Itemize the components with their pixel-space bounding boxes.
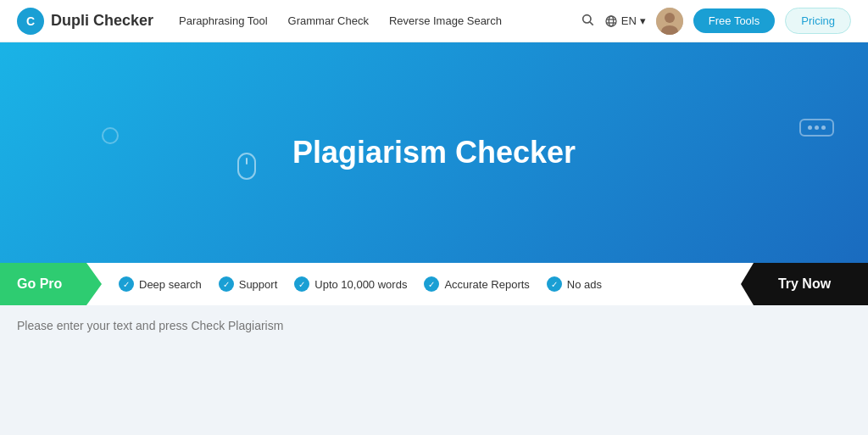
search-icon[interactable]	[581, 13, 594, 30]
deco-circle	[102, 127, 119, 144]
features-list: ✓ Deep search ✓ Support ✓ Upto 10,000 wo…	[102, 276, 741, 292]
feature-accurate-reports: ✓ Accurate Reports	[424, 276, 529, 292]
svg-point-7	[665, 13, 675, 23]
lang-chevron-icon: ▾	[640, 14, 646, 27]
svg-point-3	[609, 16, 613, 26]
check-icon-no-ads: ✓	[547, 276, 562, 292]
navbar: C Dupli Checker Paraphrasing Tool Gramma…	[0, 0, 868, 42]
nav-link-paraphrasing[interactable]: Paraphrasing Tool	[179, 14, 268, 27]
feature-deep-search: ✓ Deep search	[119, 276, 202, 292]
svg-point-2	[606, 16, 616, 26]
deco-dot-1	[808, 125, 812, 130]
pricing-button[interactable]: Pricing	[785, 8, 851, 34]
svg-point-0	[582, 14, 590, 22]
check-icon-accurate-reports: ✓	[424, 276, 439, 292]
nav-link-reverse-image[interactable]: Reverse Image Search	[389, 14, 502, 27]
try-now-button[interactable]: Try Now	[741, 263, 868, 305]
free-tools-button[interactable]: Free Tools	[693, 8, 775, 33]
avatar[interactable]	[656, 8, 683, 35]
feature-accurate-reports-label: Accurate Reports	[444, 278, 529, 291]
go-pro-label[interactable]: Go Pro	[0, 263, 102, 305]
nav-right: EN ▾ Free Tools Pricing	[581, 8, 851, 35]
lang-label: EN	[621, 14, 637, 27]
feature-no-ads: ✓ No ads	[547, 276, 602, 292]
language-selector[interactable]: EN ▾	[604, 14, 646, 28]
logo-text: Dupli Checker	[51, 12, 153, 30]
deco-dot-2	[815, 125, 819, 130]
logo-icon: C	[17, 8, 44, 35]
feature-deep-search-label: Deep search	[139, 278, 202, 291]
textarea-area	[0, 305, 868, 435]
deco-mouse-icon	[237, 153, 256, 180]
deco-dot-3	[821, 125, 826, 130]
check-icon-support: ✓	[219, 276, 234, 292]
deco-dots-box	[799, 119, 834, 137]
logo-area[interactable]: C Dupli Checker	[17, 8, 153, 35]
svg-line-1	[590, 22, 593, 25]
nav-link-grammar[interactable]: Grammar Check	[288, 14, 369, 27]
feature-no-ads-label: No ads	[567, 278, 602, 291]
nav-links: Paraphrasing Tool Grammar Check Reverse …	[179, 14, 581, 27]
check-icon-deep-search: ✓	[119, 276, 134, 292]
feature-support-label: Support	[239, 278, 278, 291]
feature-word-limit: ✓ Upto 10,000 words	[294, 276, 407, 292]
hero-section: Plagiarism Checker	[0, 42, 868, 263]
check-icon-word-limit: ✓	[294, 276, 309, 292]
hero-title: Plagiarism Checker	[292, 135, 576, 170]
plagiarism-input[interactable]	[17, 319, 851, 421]
feature-support: ✓ Support	[219, 276, 278, 292]
feature-word-limit-label: Upto 10,000 words	[314, 278, 407, 291]
go-pro-bar: Go Pro ✓ Deep search ✓ Support ✓ Upto 10…	[0, 263, 868, 305]
